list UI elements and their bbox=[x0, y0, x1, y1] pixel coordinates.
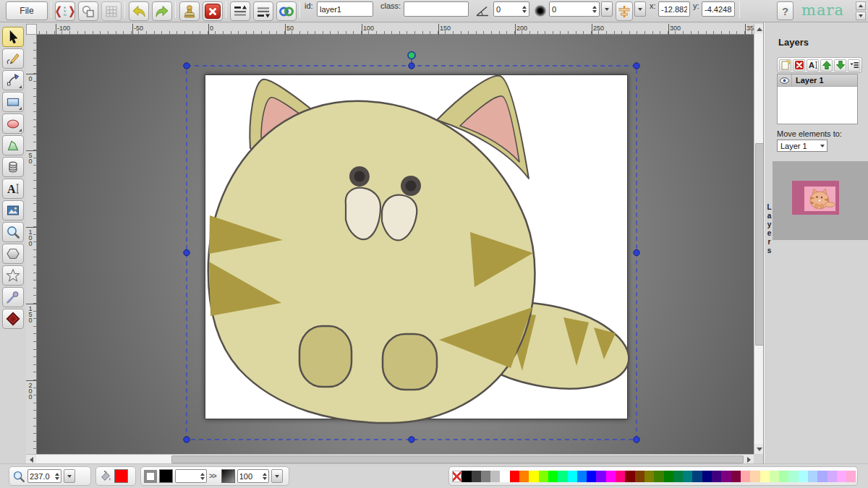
star-tool-button[interactable] bbox=[2, 265, 24, 286]
link-button[interactable] bbox=[276, 1, 297, 21]
palette-swatch[interactable] bbox=[673, 471, 683, 482]
palette-swatch[interactable] bbox=[837, 471, 846, 482]
svg-source-button[interactable]: ❬ SVG ❭ bbox=[55, 1, 75, 21]
class-input[interactable] bbox=[404, 1, 469, 17]
stroke-dash-more-button[interactable]: >> bbox=[209, 472, 216, 480]
palette-swatch[interactable] bbox=[625, 471, 634, 482]
x-input[interactable]: -12.8821 bbox=[658, 1, 690, 17]
select-tool-button[interactable] bbox=[2, 27, 24, 47]
vertical-scrollbar[interactable] bbox=[754, 24, 764, 454]
blur-input[interactable]: 0 bbox=[549, 1, 600, 17]
id-input[interactable]: layer1 bbox=[317, 1, 373, 17]
stroke-width-input[interactable] bbox=[175, 469, 207, 483]
opacity-input[interactable]: 100 bbox=[237, 469, 269, 483]
scroll-up-icon[interactable] bbox=[754, 24, 765, 34]
zoom-dropdown-button[interactable] bbox=[64, 469, 75, 483]
hexagon-tool-button[interactable] bbox=[2, 244, 24, 264]
file-menu-button[interactable]: File bbox=[6, 1, 48, 20]
scroll-down-icon[interactable] bbox=[856, 12, 866, 20]
layer-visibility-toggle[interactable] bbox=[778, 74, 792, 86]
palette-swatch[interactable] bbox=[481, 471, 490, 482]
fill-color-swatch[interactable] bbox=[114, 469, 128, 483]
spinner-icon[interactable] bbox=[55, 473, 59, 480]
palette-swatch[interactable] bbox=[731, 471, 741, 482]
palette-swatch[interactable] bbox=[644, 471, 654, 482]
y-input[interactable]: -4.42485 bbox=[702, 1, 735, 17]
palette-swatch[interactable] bbox=[799, 471, 808, 482]
palette-swatch[interactable] bbox=[692, 471, 702, 482]
drawing-thumbnail[interactable] bbox=[792, 181, 839, 215]
palette-swatch[interactable] bbox=[702, 471, 712, 482]
spinner-icon[interactable] bbox=[200, 473, 205, 480]
clone-button[interactable] bbox=[179, 1, 200, 21]
opacity-dropdown-button[interactable] bbox=[271, 469, 283, 483]
new-layer-button[interactable] bbox=[779, 59, 791, 72]
palette-swatch[interactable] bbox=[519, 471, 529, 482]
palette-swatch[interactable] bbox=[750, 471, 760, 482]
vertical-scroll-thumb[interactable] bbox=[755, 143, 764, 346]
scroll-down-icon[interactable] bbox=[754, 444, 765, 454]
polygon-tool-button[interactable] bbox=[2, 135, 24, 155]
palette-swatch[interactable] bbox=[817, 471, 827, 482]
move-elements-select[interactable]: Layer 1 bbox=[777, 140, 827, 152]
rectangle-tool-button[interactable] bbox=[2, 92, 24, 112]
palette-swatch[interactable] bbox=[721, 471, 731, 482]
path-tool-button[interactable] bbox=[2, 70, 24, 90]
palette-swatch[interactable] bbox=[635, 471, 644, 482]
rename-layer-button[interactable]: A bbox=[807, 59, 819, 72]
palette-swatch[interactable] bbox=[510, 471, 519, 482]
palette-swatch[interactable] bbox=[490, 471, 500, 482]
select-shapes-button[interactable] bbox=[78, 1, 98, 21]
undo-button[interactable] bbox=[129, 1, 149, 21]
redo-button[interactable] bbox=[152, 1, 172, 21]
palette-swatch[interactable] bbox=[529, 471, 538, 482]
ellipse-tool-button[interactable] bbox=[2, 114, 24, 134]
drawing-workspace[interactable] bbox=[26, 35, 754, 454]
pencil-tool-button[interactable] bbox=[2, 48, 24, 69]
delete-button[interactable] bbox=[203, 1, 223, 21]
palette-swatch[interactable] bbox=[760, 471, 770, 482]
palette-none-swatch[interactable] bbox=[452, 471, 461, 482]
horizontal-scrollbar[interactable] bbox=[26, 454, 754, 463]
palette-swatch[interactable] bbox=[461, 471, 471, 482]
palette-swatch[interactable] bbox=[606, 471, 616, 482]
palette-swatch[interactable] bbox=[827, 471, 837, 482]
palette-swatch[interactable] bbox=[788, 471, 798, 482]
palette-swatch[interactable] bbox=[558, 471, 567, 482]
eyedropper-tool-button[interactable] bbox=[2, 287, 24, 307]
shape-library-button[interactable] bbox=[2, 309, 24, 329]
scroll-up-icon[interactable] bbox=[856, 1, 866, 10]
move-layer-down-button[interactable] bbox=[834, 59, 846, 72]
zoom-input[interactable]: 237.0 bbox=[27, 469, 61, 483]
palette-swatch[interactable] bbox=[779, 471, 788, 482]
palette-swatch[interactable] bbox=[548, 471, 558, 482]
move-layer-up-button[interactable] bbox=[820, 59, 833, 72]
palette-swatch[interactable] bbox=[616, 471, 625, 482]
align-button[interactable] bbox=[616, 1, 633, 21]
palette-swatch[interactable] bbox=[683, 471, 692, 482]
palette-swatch[interactable] bbox=[712, 471, 721, 482]
grid-button[interactable] bbox=[101, 1, 122, 21]
help-button[interactable]: ? bbox=[777, 1, 793, 20]
cylinder-tool-button[interactable] bbox=[2, 157, 24, 177]
palette-swatch[interactable] bbox=[587, 471, 596, 482]
palette-swatch[interactable] bbox=[654, 471, 663, 482]
move-top-button[interactable] bbox=[230, 1, 250, 21]
palette-swatch[interactable] bbox=[596, 471, 605, 482]
palette-swatch[interactable] bbox=[664, 471, 673, 482]
layer-row[interactable]: Layer 1 bbox=[778, 74, 857, 87]
palette-swatch[interactable] bbox=[577, 471, 587, 482]
palette-swatch[interactable] bbox=[770, 471, 779, 482]
palette-swatch[interactable] bbox=[500, 471, 509, 482]
move-bottom-button[interactable] bbox=[253, 1, 273, 21]
layers-tab[interactable]: Layers bbox=[765, 203, 773, 255]
align-dropdown-button[interactable] bbox=[634, 1, 646, 17]
image-tool-button[interactable] bbox=[2, 200, 24, 221]
layer-menu-button[interactable] bbox=[848, 59, 860, 72]
spinner-icon[interactable] bbox=[263, 473, 267, 480]
side-panel-handle[interactable]: Layers bbox=[764, 22, 773, 463]
palette-swatch[interactable] bbox=[539, 471, 548, 482]
spinner-icon[interactable] bbox=[592, 6, 597, 13]
angle-input[interactable]: 0 bbox=[493, 1, 529, 17]
palette-swatch[interactable] bbox=[846, 471, 856, 482]
